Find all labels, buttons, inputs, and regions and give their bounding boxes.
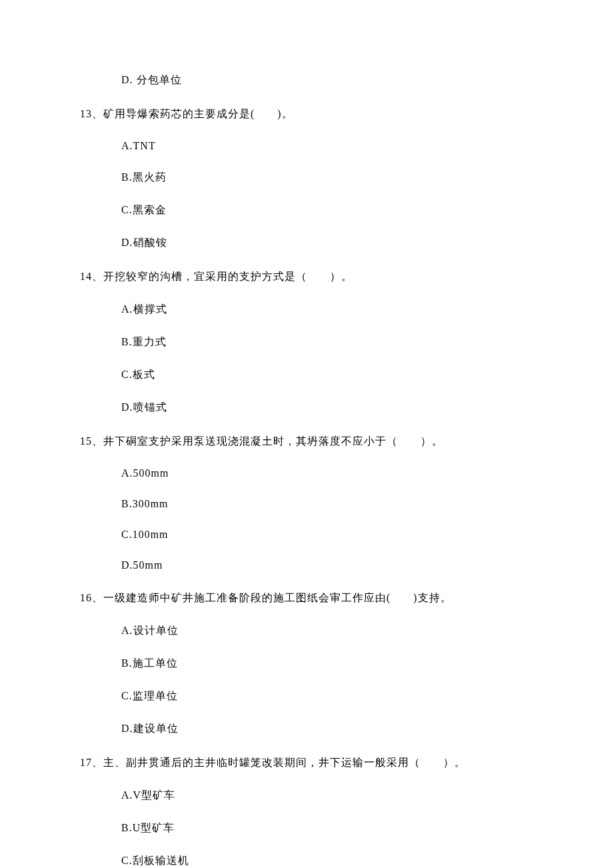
question-options: A.500mm B.300mm C.100mm D.50mm [121,467,533,571]
option-c: C.黑索金 [121,203,533,217]
question-16: 16、一级建造师中矿井施工准备阶段的施工图纸会审工作应由( )支持。 A.设计单… [80,591,533,736]
option-b: B.施工单位 [121,657,533,671]
option-c: C.刮板输送机 [121,854,533,868]
option-c: C.监理单位 [121,689,533,703]
question-14: 14、开挖较窄的沟槽，宜采用的支护方式是（ ）。 A.横撑式 B.重力式 C.板… [80,270,533,415]
option-b: B.黑火药 [121,171,533,185]
option-a: A.横撑式 [121,303,533,317]
option-d: D.建设单位 [121,722,533,736]
option-d: D.喷锚式 [121,401,533,415]
question-stem: 16、一级建造师中矿井施工准备阶段的施工图纸会审工作应由( )支持。 [80,591,533,605]
option-b: B.重力式 [121,335,533,349]
option-c: C.板式 [121,368,533,382]
option-a: A.V型矿车 [121,789,533,803]
option-d: D.硝酸铵 [121,236,533,250]
option-a: A.TNT [121,140,533,152]
option-c: C.100mm [121,529,533,541]
question-stem: 17、主、副井贯通后的主井临时罐笼改装期间，井下运输一般采用（ ）。 [80,756,533,770]
orphan-option-d: D. 分包单位 [121,73,533,87]
option-a: A.设计单位 [121,624,533,638]
option-d: D.50mm [121,559,533,571]
question-options: A.横撑式 B.重力式 C.板式 D.喷锚式 [121,303,533,415]
question-13: 13、矿用导爆索药芯的主要成分是( )。 A.TNT B.黑火药 C.黑索金 D… [80,107,533,250]
question-stem: 13、矿用导爆索药芯的主要成分是( )。 [80,107,533,121]
question-stem: 15、井下硐室支护采用泵送现浇混凝土时，其坍落度不应小于（ ）。 [80,435,533,449]
question-options: A.V型矿车 B.U型矿车 C.刮板输送机 [121,789,533,868]
question-stem: 14、开挖较窄的沟槽，宜采用的支护方式是（ ）。 [80,270,533,284]
question-17: 17、主、副井贯通后的主井临时罐笼改装期间，井下运输一般采用（ ）。 A.V型矿… [80,756,533,868]
option-b: B.300mm [121,498,533,510]
option-a: A.500mm [121,467,533,479]
question-options: A.TNT B.黑火药 C.黑索金 D.硝酸铵 [121,140,533,250]
option-b: B.U型矿车 [121,821,533,835]
question-options: A.设计单位 B.施工单位 C.监理单位 D.建设单位 [121,624,533,736]
question-15: 15、井下硐室支护采用泵送现浇混凝土时，其坍落度不应小于（ ）。 A.500mm… [80,435,533,571]
document-page: D. 分包单位 13、矿用导爆索药芯的主要成分是( )。 A.TNT B.黑火药… [0,0,613,868]
